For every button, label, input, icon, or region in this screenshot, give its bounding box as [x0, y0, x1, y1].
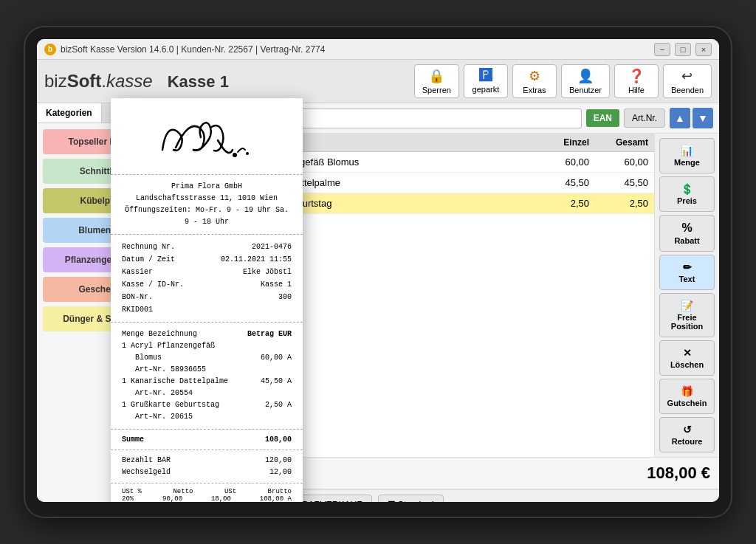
bon-label: BON-Nr.: [122, 291, 153, 303]
receipt-company: Prima Flora GmbH Landschaftsstrasse 11, …: [111, 175, 303, 235]
title-bar-controls: − □ ×: [654, 43, 712, 56]
maximize-button[interactable]: □: [675, 43, 691, 56]
row2-gesamt: 45,50: [589, 177, 648, 188]
parking-icon: 🅿: [479, 68, 492, 83]
row3-gesamt: 2,50: [589, 198, 648, 209]
kasse-label: Kasse / ID-Nr.: [122, 278, 184, 291]
rechnung-nr-label: Rechnung Nr.: [122, 241, 175, 253]
text-icon: ✏: [683, 261, 692, 273]
lock-icon: 🔒: [428, 68, 444, 84]
extras-button[interactable]: ⚙ Extras: [512, 64, 557, 98]
rabatt-button[interactable]: % Rabatt: [659, 215, 715, 252]
screen: b bizSoft Kasse Version 14.6.0 | Kunden-…: [37, 39, 719, 502]
benutzer-label: Benutzer: [569, 86, 602, 94]
menge-icon: 📊: [681, 145, 693, 156]
row1-einzel: 60,00: [530, 156, 589, 168]
header-toolbar: bizSoft.kasse Kasse 1 🔒 Sperren 🅿 gepark…: [37, 60, 719, 103]
receipt-items: Menge Bezeichnung Betrag EUR 1 Acryl Pfl…: [111, 323, 303, 430]
beenden-label: Beenden: [671, 86, 704, 94]
loeschen-label: Löschen: [670, 360, 704, 369]
geparkt-button[interactable]: 🅿 geparkt: [464, 64, 508, 98]
tablet-frame: b bizSoft Kasse Version 14.6.0 | Kunden-…: [24, 26, 732, 518]
preis-button[interactable]: 💲 Preis: [659, 176, 715, 212]
hilfe-button[interactable]: ❓ Hilfe: [614, 64, 659, 98]
receipt-pay: Bezahlt BAR 120,00 Wechselgeld 12,00: [111, 450, 303, 483]
rechnung-nr-value: 2021-0476: [252, 241, 292, 253]
tab-kategorien[interactable]: Kategorien: [37, 103, 102, 123]
hilfe-label: Hilfe: [628, 86, 645, 94]
gutschein-button[interactable]: 🎁 Gutschein: [659, 379, 715, 414]
percent-icon: %: [681, 221, 692, 235]
freie-position-icon: 📝: [681, 300, 693, 311]
svg-point-0: [233, 153, 237, 157]
col-einzel: Einzel: [530, 137, 589, 148]
receipt-hours: Öffnungszeiten: Mo-Fr. 9 - 19 Uhr Sa. 9 …: [122, 204, 292, 228]
col-gesamt: Gesamt: [589, 137, 648, 148]
receipt-sum: Summe 108,00: [111, 430, 303, 450]
kasse-value: Kasse 1: [261, 278, 292, 291]
preis-label: Preis: [677, 196, 697, 205]
loeschen-button[interactable]: ✕ Löschen: [659, 340, 715, 376]
retoure-icon: ↺: [683, 424, 692, 435]
kassier-label: Kassier: [122, 266, 153, 278]
close-button[interactable]: ×: [695, 43, 712, 56]
standard-button[interactable]: ☰ Standard: [378, 495, 444, 502]
datum-value: 02.11.2021 11:55: [221, 253, 292, 266]
logo-dot: .: [101, 71, 106, 92]
freie-position-button[interactable]: 📝 FreiePosition: [659, 293, 715, 337]
row2-einzel: 45,50: [530, 177, 589, 188]
row1-gesamt: 60,00: [589, 156, 648, 168]
text-button[interactable]: ✏ Text: [659, 255, 715, 290]
bezahlt-label: Bezahlt BAR: [122, 455, 171, 466]
minimize-button[interactable]: −: [654, 43, 670, 56]
receipt-address: Landschaftsstrasse 11, 1010 Wien: [122, 193, 292, 204]
freie-position-label: FreiePosition: [671, 313, 703, 331]
receipt-tax: USt %NettoUStBrutto 20%90,0018,00108,00 …: [111, 483, 303, 502]
artnr-button[interactable]: Art.Nr.: [624, 109, 665, 128]
title-bar-left: b bizSoft Kasse Version 14.6.0 | Kunden-…: [44, 44, 325, 55]
logo-biz: biz: [44, 71, 67, 92]
logo-soft: Soft: [67, 71, 102, 92]
title-bar-text: bizSoft Kasse Version 14.6.0 | Kunden-Nr…: [61, 44, 325, 55]
retoure-label: Retoure: [672, 437, 703, 446]
gift-icon: 🎁: [681, 385, 693, 397]
menge-label: Menge: [674, 158, 700, 167]
title-bar: b bizSoft Kasse Version 14.6.0 | Kunden-…: [37, 39, 719, 60]
bezahlt-value: 120,00: [265, 455, 292, 466]
delete-icon: ✕: [683, 347, 692, 359]
receipt-company-name: Prima Flora GmbH: [122, 181, 292, 193]
bon-value: 300: [278, 291, 292, 303]
geparkt-label: geparkt: [472, 85, 500, 94]
svg-point-1: [246, 152, 249, 155]
exit-icon: ↩: [681, 68, 693, 84]
benutzer-button[interactable]: 👤 Benutzer: [561, 64, 610, 98]
kassier-value: Elke Jöbstl: [243, 266, 292, 278]
action-buttons: 📊 Menge 💲 Preis % Rabatt ✏: [654, 134, 719, 457]
sperren-button[interactable]: 🔒 Sperren: [414, 64, 459, 98]
preis-icon: 💲: [681, 183, 693, 195]
toolbar-buttons: 🔒 Sperren 🅿 geparkt ⚙ Extras 👤 Benutzer …: [414, 64, 712, 98]
datum-label: Datum / Zeit: [122, 253, 175, 266]
beenden-button[interactable]: ↩ Beenden: [663, 64, 712, 98]
logo-area: bizSoft.kasse Kasse 1: [44, 71, 229, 92]
wechsel-label: Wechselgeld: [122, 466, 171, 478]
nav-down-button[interactable]: ▼: [693, 108, 713, 128]
app-icon: b: [44, 44, 56, 55]
wechsel-value: 12,00: [269, 466, 292, 478]
help-icon: ❓: [628, 68, 645, 84]
menge-button[interactable]: 📊 Menge: [659, 138, 715, 173]
user-icon: 👤: [577, 68, 594, 84]
total-amount: 108,00 €: [647, 464, 710, 483]
retoure-button[interactable]: ↺ Retoure: [659, 417, 715, 452]
nav-up-button[interactable]: ▲: [670, 108, 690, 128]
ean-button[interactable]: EAN: [586, 109, 619, 127]
summe-label: Summe: [122, 435, 144, 444]
rkid-label: RKID001: [122, 306, 153, 314]
logo-kasse1: Kasse 1: [168, 72, 229, 92]
row3-einzel: 2,50: [530, 198, 589, 209]
logo-kasse: kasse: [106, 71, 153, 92]
nav-buttons: ▲ ▼: [670, 108, 713, 128]
gear-icon: ⚙: [529, 68, 540, 84]
text-label: Text: [679, 275, 695, 283]
extras-label: Extras: [523, 86, 546, 94]
